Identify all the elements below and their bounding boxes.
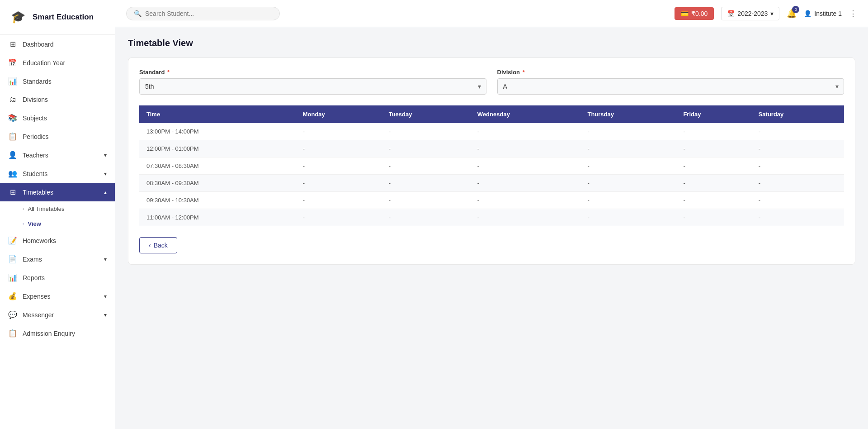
day-cell: - [751, 157, 844, 175]
time-cell: 09:30AM - 10:30AM [139, 192, 296, 209]
day-cell: - [296, 123, 382, 140]
search-input[interactable] [145, 10, 272, 17]
sidebar-item-label: Exams [23, 256, 42, 263]
timetable-table: Time Monday Tuesday Wednesday Thursday F… [139, 105, 844, 226]
standard-label: Standard * [139, 69, 486, 76]
sidebar-item-messenger[interactable]: 💬 Messenger ▾ [0, 305, 115, 324]
day-cell: - [580, 192, 676, 209]
chevron-down-icon: ▾ [104, 152, 107, 158]
sidebar-item-label: Teachers [23, 152, 48, 159]
year-selector[interactable]: 📅 2022-2023 ▾ [721, 7, 779, 20]
table-row: 07:30AM - 08:30AM------ [139, 157, 844, 175]
svg-text:🎓: 🎓 [11, 10, 26, 24]
timetables-submenu: ◦ All Timetables ◦ View [0, 201, 115, 231]
header-row: Time Monday Tuesday Wednesday Thursday F… [139, 105, 844, 123]
logo-icon: 🎓 [8, 7, 28, 27]
time-cell: 11:00AM - 12:00PM [139, 209, 296, 226]
sidebar-item-homeworks[interactable]: 📝 Homeworks [0, 231, 115, 250]
sidebar-item-divisions[interactable]: 🗂 Divisions [0, 91, 115, 109]
sidebar-item-dashboard[interactable]: ⊞ Dashboard [0, 35, 115, 53]
table-row: 08:30AM - 09:30AM------ [139, 175, 844, 192]
homeworks-icon: 📝 [8, 236, 17, 245]
sidebar-item-label: Admission Enquiry [23, 330, 75, 337]
division-group: Division * A B C [497, 69, 844, 95]
fee-icon: 💳 [681, 10, 689, 17]
search-box[interactable]: 🔍 [126, 7, 280, 20]
chevron-down-icon: ▾ [104, 312, 107, 318]
chevron-up-icon: ▴ [104, 189, 107, 195]
division-required: * [523, 69, 525, 76]
standard-group: Standard * 5th 6th 7th 8th 9th 10th [139, 69, 486, 95]
sidebar-item-view[interactable]: ◦ View [0, 216, 115, 231]
division-select[interactable]: A B C [497, 78, 844, 95]
user-menu[interactable]: 👤 Institute 1 [804, 10, 842, 17]
table-row: 13:00PM - 14:00PM------ [139, 123, 844, 140]
sidebar-item-admission-enquiry[interactable]: 📋 Admission Enquiry [0, 324, 115, 343]
standard-required: * [167, 69, 170, 76]
main-content: 🔍 💳 ₹0.00 📅 2022-2023 ▾ 🔔 0 👤 Institute … [115, 0, 868, 429]
header: 🔍 💳 ₹0.00 📅 2022-2023 ▾ 🔔 0 👤 Institute … [115, 0, 868, 27]
day-cell: - [751, 209, 844, 226]
day-cell: - [382, 157, 470, 175]
sidebar-item-label: Messenger [23, 311, 54, 319]
back-icon: ‹ [149, 242, 151, 249]
fee-button[interactable]: 💳 ₹0.00 [675, 7, 714, 20]
day-cell: - [470, 175, 580, 192]
day-cell: - [382, 140, 470, 157]
day-cell: - [676, 140, 751, 157]
sidebar-item-all-timetables[interactable]: ◦ All Timetables [0, 201, 115, 216]
sidebar-item-standards[interactable]: 📊 Standards [0, 72, 115, 91]
sidebar-item-timetables[interactable]: ⊞ Timetables ▴ [0, 183, 115, 201]
sidebar-item-students[interactable]: 👥 Students ▾ [0, 164, 115, 183]
day-cell: - [751, 175, 844, 192]
sidebar-item-periodics[interactable]: 📋 Periodics [0, 127, 115, 146]
division-select-wrapper: A B C [497, 78, 844, 95]
chevron-down-icon: ▾ [104, 256, 107, 262]
day-cell: - [296, 192, 382, 209]
sub-dot-icon: ◦ [23, 206, 24, 211]
dashboard-icon: ⊞ [8, 40, 17, 48]
day-cell: - [382, 192, 470, 209]
sidebar-item-label: Expenses [23, 293, 50, 300]
header-right: 💳 ₹0.00 📅 2022-2023 ▾ 🔔 0 👤 Institute 1 … [675, 7, 857, 20]
back-button[interactable]: ‹ Back [139, 237, 177, 253]
sidebar-item-exams[interactable]: 📄 Exams ▾ [0, 250, 115, 268]
fee-amount: ₹0.00 [691, 10, 708, 17]
sidebar-item-label: Homeworks [23, 237, 56, 244]
sidebar-item-reports[interactable]: 📊 Reports [0, 268, 115, 287]
students-icon: 👥 [8, 169, 17, 178]
day-cell: - [470, 192, 580, 209]
page-content: Timetable View Standard * 5th 6th 7th 8t… [115, 27, 868, 429]
col-tuesday: Tuesday [382, 105, 470, 123]
admission-icon: 📋 [8, 329, 17, 338]
day-cell: - [751, 192, 844, 209]
standard-select[interactable]: 5th 6th 7th 8th 9th 10th [139, 78, 486, 95]
sidebar-item-expenses[interactable]: 💰 Expenses ▾ [0, 287, 115, 305]
standard-select-wrapper: 5th 6th 7th 8th 9th 10th [139, 78, 486, 95]
table-row: 09:30AM - 10:30AM------ [139, 192, 844, 209]
day-cell: - [382, 209, 470, 226]
notifications-button[interactable]: 🔔 0 [787, 9, 797, 19]
day-cell: - [296, 209, 382, 226]
standards-icon: 📊 [8, 77, 17, 86]
chevron-down-icon: ▾ [104, 293, 107, 300]
time-cell: 12:00PM - 01:00PM [139, 140, 296, 157]
subjects-icon: 📚 [8, 114, 17, 122]
sidebar-item-teachers[interactable]: 👤 Teachers ▾ [0, 146, 115, 164]
year-label: 2022-2023 [737, 10, 768, 17]
sub-dot-icon: ◦ [23, 221, 24, 226]
chevron-down-icon: ▾ [770, 10, 774, 17]
expenses-icon: 💰 [8, 292, 17, 300]
day-cell: - [296, 175, 382, 192]
day-cell: - [296, 140, 382, 157]
logo: 🎓 Smart Education [0, 0, 115, 35]
sidebar-item-subjects[interactable]: 📚 Subjects [0, 109, 115, 127]
periodics-icon: 📋 [8, 132, 17, 141]
day-cell: - [470, 209, 580, 226]
more-options-button[interactable]: ⋮ [849, 9, 857, 19]
timetables-icon: ⊞ [8, 188, 17, 196]
sidebar-item-label: Periodics [23, 133, 49, 140]
sidebar-item-education-year[interactable]: 📅 Education Year [0, 53, 115, 72]
exams-icon: 📄 [8, 255, 17, 263]
day-cell: - [580, 209, 676, 226]
